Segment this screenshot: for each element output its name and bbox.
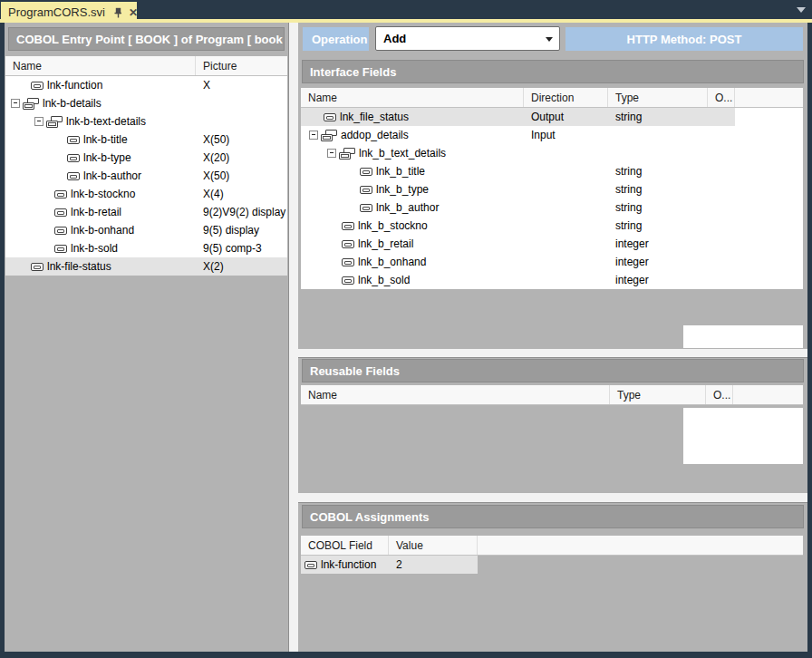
- direction-cell: [524, 198, 608, 217]
- horizontal-splitter-2[interactable]: [298, 493, 807, 503]
- name-cell: lnk_b_author: [301, 198, 524, 217]
- tree-row-lnk-b-text-details[interactable]: lnk-b-text-details: [5, 112, 287, 131]
- pin-icon[interactable]: [111, 7, 122, 18]
- name-cell: lnk_b_stockno: [301, 217, 524, 235]
- tree-row-lnk-b-type[interactable]: lnk-b-typeX(20): [5, 149, 287, 167]
- column-header-direction[interactable]: Direction: [524, 88, 608, 107]
- tree-row-lnk-b-author[interactable]: lnk-b-authorX(50): [5, 167, 287, 185]
- field-name-label: lnk_b_text_details: [359, 147, 446, 160]
- tree-row-lnk_b_retail[interactable]: lnk_b_retailinteger: [301, 235, 735, 253]
- field-name-label: lnk-b-details: [43, 97, 102, 110]
- tree-row-lnk_b_stockno[interactable]: lnk_b_stocknostring: [301, 217, 735, 235]
- column-header-name[interactable]: Name: [5, 56, 196, 75]
- field-icon: [342, 276, 354, 285]
- field-name-label: lnk_b_title: [376, 165, 425, 178]
- tree-row-lnk_file_status[interactable]: lnk_file_statusOutputstring: [301, 108, 735, 126]
- group-field-icon: [339, 148, 355, 160]
- occurs-cell: [708, 108, 735, 126]
- tree-row-lnk_b_type[interactable]: lnk_b_typestring: [301, 180, 735, 198]
- cobol-assignments-header: COBOL Assignments: [302, 505, 804, 528]
- interface-fields-empty-area: [683, 325, 803, 348]
- column-header-name[interactable]: Name: [301, 88, 524, 107]
- column-header-occurs[interactable]: O...: [706, 385, 733, 404]
- tree-row-lnk_b_sold[interactable]: lnk_b_soldinteger: [301, 271, 735, 289]
- occurs-cell: [708, 162, 735, 180]
- field-name-label: lnk_b_type: [376, 183, 429, 196]
- reusable-fields-header: Reusable Fields: [302, 359, 804, 382]
- field-name-label: lnk_b_onhand: [358, 256, 426, 268]
- picture-cell: X(20): [196, 149, 287, 167]
- field-name-label: lnk-file-status: [47, 260, 111, 273]
- picture-cell: X(4): [196, 185, 287, 203]
- direction-cell: Input: [524, 126, 608, 144]
- tree-row-lnk-b-sold[interactable]: lnk-b-sold9(5) comp-3: [5, 239, 287, 257]
- picture-cell: 9(5) display: [196, 221, 287, 239]
- column-header-name[interactable]: Name: [301, 385, 610, 404]
- direction-cell: [524, 144, 608, 162]
- operation-label: Operation: [303, 27, 369, 51]
- occurs-cell: [708, 198, 735, 217]
- cobol-entry-point-panel: COBOL Entry Point [ BOOK ] of Program [ …: [5, 23, 288, 652]
- collapse-icon[interactable]: [309, 131, 318, 140]
- column-header-picture[interactable]: Picture: [196, 56, 287, 75]
- collapse-icon[interactable]: [11, 99, 20, 108]
- tree-row-lnk_b_author[interactable]: lnk_b_authorstring: [301, 198, 735, 217]
- field-icon: [54, 245, 67, 253]
- tree-row-lnk-b-onhand[interactable]: lnk-b-onhand9(5) display: [5, 221, 287, 239]
- interface-fields-header: Interface Fields: [302, 60, 804, 83]
- group-field-icon: [321, 130, 337, 141]
- tree-row-lnk_b_text_details[interactable]: lnk_b_text_details: [301, 144, 735, 162]
- name-cell: addop_details: [301, 126, 524, 144]
- field-icon: [54, 190, 67, 198]
- name-cell: lnk-b-stockno: [5, 185, 196, 203]
- field-name-label: lnk-b-text-details: [66, 115, 146, 128]
- reusable-fields-grid-header: Name Type O...: [301, 385, 803, 405]
- picture-cell: [196, 112, 287, 131]
- column-header-type[interactable]: Type: [610, 385, 706, 404]
- tree-row-lnk_b_title[interactable]: lnk_b_titlestring: [301, 162, 735, 180]
- field-name-label: lnk-b-stockno: [71, 188, 135, 200]
- interface-fields-grid: Name Direction Type O... lnk_file_status…: [301, 88, 803, 289]
- tree-row-lnk-b-title[interactable]: lnk-b-titleX(50): [5, 131, 287, 149]
- close-tab-icon[interactable]: ✕: [129, 7, 138, 18]
- column-header-cobol-field[interactable]: COBOL Field: [301, 536, 389, 555]
- value-cell[interactable]: 2: [389, 556, 478, 574]
- occurs-cell: [708, 126, 735, 144]
- collapse-icon[interactable]: [327, 149, 336, 158]
- picture-cell: X(50): [196, 131, 287, 149]
- field-icon: [304, 561, 317, 569]
- vertical-splitter[interactable]: [288, 23, 298, 652]
- type-cell: integer: [608, 271, 708, 289]
- type-cell: string: [608, 180, 708, 198]
- chevron-down-icon[interactable]: [546, 37, 553, 42]
- collapse-icon[interactable]: [34, 117, 44, 126]
- assignment-row-lnk-function[interactable]: lnk-function2: [301, 556, 478, 574]
- tree-row-addop_details[interactable]: addop_detailsInput: [301, 126, 735, 144]
- operation-combobox[interactable]: Add: [375, 26, 560, 51]
- name-cell: lnk_b_type: [301, 180, 524, 198]
- tree-row-lnk-function[interactable]: lnk-functionX: [5, 76, 287, 94]
- horizontal-splitter-1[interactable]: [298, 349, 807, 358]
- tree-row-lnk-b-details[interactable]: lnk-b-details: [5, 94, 287, 112]
- tree-row-lnk-b-retail[interactable]: lnk-b-retail9(2)V9(2) display: [5, 203, 287, 221]
- direction-cell: [524, 235, 608, 253]
- column-header-occurs[interactable]: O...: [708, 88, 735, 107]
- tab-list-dropdown-icon[interactable]: [797, 7, 806, 13]
- column-header-type[interactable]: Type: [608, 88, 708, 107]
- field-icon: [342, 222, 354, 230]
- direction-cell: [524, 253, 608, 271]
- tree-row-lnk_b_onhand[interactable]: lnk_b_onhandinteger: [301, 253, 735, 271]
- field-icon: [67, 154, 80, 162]
- document-area: COBOL Entry Point [ BOOK ] of Program [ …: [5, 23, 807, 652]
- column-header-value[interactable]: Value: [389, 536, 478, 555]
- operation-combobox-value: Add: [383, 32, 406, 45]
- tree-row-lnk-file-status[interactable]: lnk-file-statusX(2): [5, 257, 287, 276]
- name-cell: lnk-function: [5, 76, 196, 94]
- occurs-cell: [708, 235, 735, 253]
- cobol-tree-grid: Name Picture lnk-functionXlnk-b-detailsl…: [5, 56, 287, 276]
- type-cell: string: [608, 108, 708, 126]
- name-cell: lnk-b-onhand: [5, 221, 196, 239]
- direction-cell: [524, 162, 608, 180]
- tree-row-lnk-b-stockno[interactable]: lnk-b-stocknoX(4): [5, 185, 287, 203]
- field-name-label: lnk-b-sold: [71, 242, 118, 255]
